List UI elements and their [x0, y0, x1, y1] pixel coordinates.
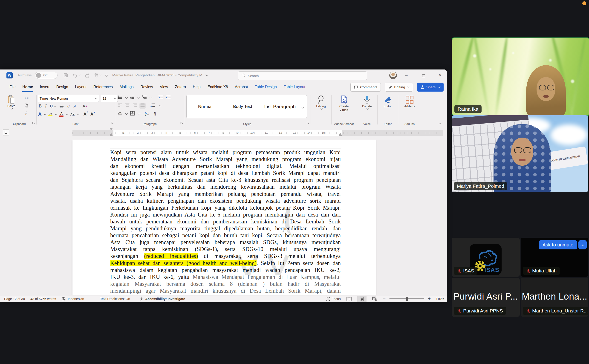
create-pdf-button[interactable]: Create a PDF	[332, 96, 356, 112]
tab-help[interactable]: Help	[189, 81, 204, 93]
video-tile-isas[interactable]: ISAS ISAS	[452, 238, 520, 277]
font-color-button[interactable]: A	[59, 112, 64, 117]
tab-references[interactable]: References	[90, 81, 116, 93]
show-formatting-marks-button[interactable]: ¶	[154, 111, 156, 116]
increase-indent-button[interactable]	[166, 96, 171, 100]
video-tile-purwidi-asri[interactable]: Purwidi Asri P... Purwidi Asri PPNS	[452, 278, 520, 317]
numbering-button[interactable]	[130, 96, 135, 100]
undo-chevron-icon[interactable]	[78, 73, 81, 76]
account-avatar[interactable]	[389, 72, 397, 79]
tab-home[interactable]: Home	[19, 81, 37, 93]
zoom-out-button[interactable]: −	[383, 296, 386, 301]
highlight-color-button[interactable]	[48, 112, 52, 116]
clear-formatting-button[interactable]: A	[83, 104, 88, 109]
paste-button[interactable]: Paste	[7, 95, 15, 109]
highlight-chevron-icon[interactable]	[55, 112, 58, 115]
sort-button[interactable]: AZ	[145, 112, 149, 116]
save-icon[interactable]	[63, 73, 68, 78]
zoom-percentage[interactable]: 110%	[436, 297, 444, 301]
zoom-slider[interactable]	[389, 299, 424, 299]
shading-chevron-icon[interactable]	[125, 112, 128, 115]
read-mode-button[interactable]	[344, 296, 354, 302]
tab-design[interactable]: Design	[53, 81, 71, 93]
font-color-chevron-icon[interactable]	[66, 112, 69, 115]
print-layout-button[interactable]	[357, 296, 367, 302]
mode-chevron-icon[interactable]	[99, 73, 102, 76]
document-canvas[interactable]: Kopi serta potensi alam untuk wisata mel…	[0, 140, 447, 295]
autosave-toggle[interactable]: Off	[35, 72, 58, 79]
align-left-button[interactable]	[117, 104, 122, 108]
borders-button[interactable]	[130, 111, 135, 117]
style-body-text[interactable]: Body Text	[224, 95, 261, 118]
search-box[interactable]: Search	[238, 71, 367, 80]
tab-insert[interactable]: Insert	[36, 81, 53, 93]
tab-file[interactable]: File	[6, 81, 19, 93]
change-case-chevron-icon[interactable]	[77, 112, 79, 115]
undo-button[interactable]	[72, 73, 80, 78]
text-effects-button[interactable]: A	[38, 112, 41, 117]
change-case-button[interactable]: Aa	[70, 112, 74, 116]
italic-button[interactable]: I	[45, 104, 46, 109]
tab-mailings[interactable]: Mailings	[116, 81, 137, 93]
multilevel-list-button[interactable]	[142, 96, 147, 100]
comments-button[interactable]: Comments	[350, 83, 381, 91]
font-name-select[interactable]: Times New Roman	[38, 95, 99, 102]
font-dialog-launcher-icon[interactable]	[111, 121, 114, 125]
video-tile-marlya-fatira[interactable]: TEKNIK NEGERI MEDAN Marlya Fatira_Polmed	[452, 115, 588, 192]
page-indicator[interactable]: Page 12 of 30	[4, 297, 25, 301]
text-predictions[interactable]: Text Predictions: On	[100, 297, 130, 301]
tab-acrobat[interactable]: Acrobat	[232, 81, 252, 93]
cut-icon[interactable]: ✂	[24, 96, 29, 101]
tab-view[interactable]: View	[156, 81, 171, 93]
style-normal[interactable]: Normal	[187, 95, 224, 118]
bullets-button[interactable]	[117, 96, 123, 100]
horizontal-ruler[interactable]: 123456789101112131415	[72, 130, 443, 136]
clipboard-dialog-launcher-icon[interactable]	[32, 121, 35, 125]
web-layout-button[interactable]	[370, 296, 379, 302]
underline-button[interactable]: U	[50, 104, 53, 109]
strikethrough-button[interactable]: ab	[60, 104, 64, 108]
collapse-ribbon-icon[interactable]	[439, 122, 441, 124]
style-list-paragraph[interactable]: List Paragraph	[261, 95, 299, 118]
tab-stop-selector[interactable]	[3, 129, 9, 136]
redo-button[interactable]	[84, 73, 90, 78]
tab-table-layout[interactable]: Table Layout	[280, 81, 309, 93]
styles-dialog-launcher-icon[interactable]	[306, 121, 310, 125]
shrink-font-button[interactable]: A˅	[91, 112, 93, 117]
video-tile-ratna-ika[interactable]: Ratna Ika	[452, 38, 589, 116]
editing-ribbon-button[interactable]: Editing	[311, 96, 331, 110]
minimize-button[interactable]: –	[403, 72, 410, 78]
copy-icon[interactable]	[24, 103, 29, 109]
align-center-button[interactable]	[125, 104, 129, 108]
grow-font-button[interactable]: A˄	[84, 112, 86, 117]
editor-button[interactable]: Editor	[378, 96, 398, 108]
accessibility-status[interactable]: Accessibility: Investigate	[139, 297, 185, 301]
close-button[interactable]: ×	[437, 72, 444, 78]
numbering-chevron-icon[interactable]	[137, 96, 140, 98]
styles-gallery-more-button[interactable]	[299, 95, 307, 118]
align-right-button[interactable]	[133, 104, 137, 108]
zoom-slider-knob[interactable]	[406, 297, 408, 301]
paragraph-dialog-launcher-icon[interactable]	[180, 121, 183, 125]
tab-zotero[interactable]: Zotero	[171, 81, 189, 93]
line-spacing-button[interactable]	[150, 103, 155, 108]
underline-chevron-icon[interactable]	[54, 104, 57, 107]
video-tile-marthen-lona[interactable]: Marthen Lona... Marthen Lona_Unstar R...	[521, 278, 588, 317]
restore-button[interactable]	[420, 72, 427, 78]
touch-mouse-mode-button[interactable]	[93, 72, 102, 78]
bullets-chevron-icon[interactable]	[125, 96, 128, 98]
dictate-button[interactable]: Dictate	[357, 96, 377, 110]
multilevel-chevron-icon[interactable]	[149, 96, 152, 98]
justify-button[interactable]	[140, 104, 145, 108]
tab-table-design[interactable]: Table Design	[252, 81, 280, 93]
editing-mode-button[interactable]: Editing	[385, 83, 413, 91]
shading-button[interactable]	[117, 112, 122, 116]
tab-review[interactable]: Review	[137, 81, 156, 93]
superscript-button[interactable]: x2	[73, 104, 76, 108]
video-tile-mutia-ulfah[interactable]: Ask to unmute ••• Mutia Ulfah	[521, 238, 588, 277]
addins-button[interactable]: Add-ins	[399, 96, 421, 108]
tab-endnote-x8[interactable]: EndNote X8	[204, 81, 232, 93]
word-count[interactable]: 43 of 6756 words	[30, 297, 56, 301]
subscript-button[interactable]: x2	[67, 104, 70, 108]
proofing-status[interactable]: Indonesian	[62, 297, 84, 301]
